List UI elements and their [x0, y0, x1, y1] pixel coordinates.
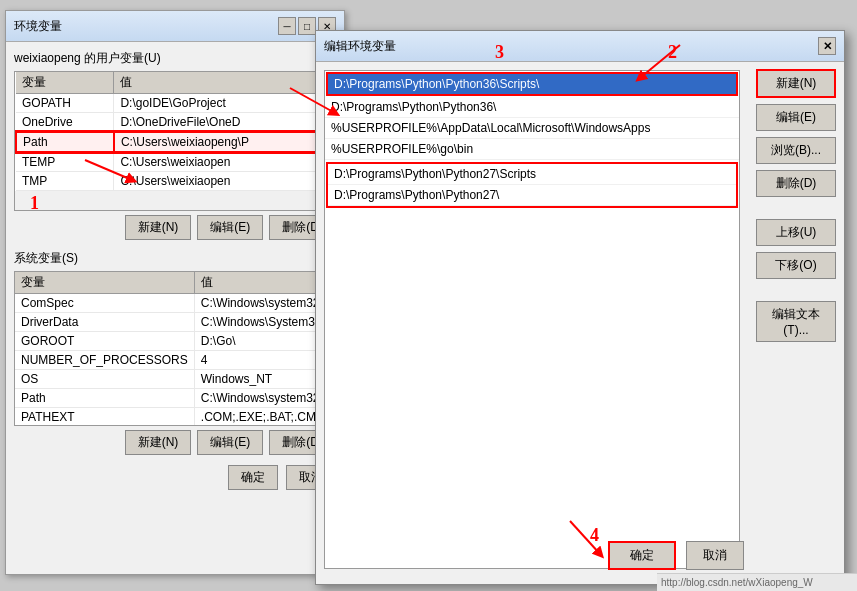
dialog-right-buttons: 新建(N) 编辑(E) 浏览(B)... 删除(D) 上移(U) 下移(O) 编…	[756, 69, 836, 342]
table-row[interactable]: Path C:\Windows\system32	[15, 389, 335, 408]
var-value: 4	[194, 351, 334, 370]
dialog-cancel-button[interactable]: 取消	[686, 541, 744, 570]
var-value: C:\Windows\System32	[194, 313, 334, 332]
table-row[interactable]: TMP C:\Users\weixiaopen	[16, 172, 334, 191]
var-value: D:\Go\	[194, 332, 334, 351]
table-row[interactable]: DriverData C:\Windows\System32	[15, 313, 335, 332]
sys-edit-button[interactable]: 编辑(E)	[197, 430, 263, 455]
var-value: C:\Users\weixiaopen	[114, 172, 334, 191]
sys-vars-table-container[interactable]: 变量 值 ComSpec C:\Windows\system32 DriverD…	[14, 271, 336, 426]
table-row-path[interactable]: Path C:\Users\weixiaopeng\P	[16, 132, 334, 152]
var-name: GOROOT	[15, 332, 194, 351]
status-bar: http://blog.csdn.net/wXiaopeng_W	[657, 573, 857, 591]
path-item[interactable]: D:\Programs\Python\Python27\Scripts	[328, 164, 736, 185]
path-item[interactable]: %USERPROFILE%\go\bin	[325, 139, 739, 160]
path-item[interactable]: D:\Programs\Python\Python36\	[325, 97, 739, 118]
table-row[interactable]: NUMBER_OF_PROCESSORS 4	[15, 351, 335, 370]
status-text: http://blog.csdn.net/wXiaopeng_W	[661, 577, 813, 588]
user-new-button[interactable]: 新建(N)	[125, 215, 192, 240]
edit-dialog-titlebar: 编辑环境变量 ✕	[316, 31, 844, 62]
table-row[interactable]: TEMP C:\Users\weixiaopen	[16, 152, 334, 172]
new-path-button[interactable]: 新建(N)	[756, 69, 836, 98]
user-var-buttons: 新建(N) 编辑(E) 删除(D)	[14, 215, 336, 240]
var-value: .COM;.EXE;.BAT;.CMD;	[194, 408, 334, 427]
var-value: Windows_NT	[194, 370, 334, 389]
annotation-1: 1	[30, 193, 39, 214]
col-var-header: 变量	[16, 72, 114, 94]
path-list: D:\Programs\Python\Python36\Scripts\ D:\…	[325, 72, 739, 208]
edit-dialog-title: 编辑环境变量	[324, 38, 396, 55]
edit-dialog-body: D:\Programs\Python\Python36\Scripts\ D:\…	[316, 62, 844, 585]
edit-path-button[interactable]: 编辑(E)	[756, 104, 836, 131]
var-name: PATHEXT	[15, 408, 194, 427]
path-list-container[interactable]: D:\Programs\Python\Python36\Scripts\ D:\…	[324, 70, 740, 569]
maximize-button[interactable]: □	[298, 17, 316, 35]
svg-line-2	[290, 88, 335, 113]
user-edit-button[interactable]: 编辑(E)	[197, 215, 263, 240]
move-down-button[interactable]: 下移(O)	[756, 252, 836, 279]
minimize-button[interactable]: ─	[278, 17, 296, 35]
var-name: DriverData	[15, 313, 194, 332]
var-name: NUMBER_OF_PROCESSORS	[15, 351, 194, 370]
browse-path-button[interactable]: 浏览(B)...	[756, 137, 836, 164]
arrow-to-path	[80, 155, 140, 195]
col-val-header-sys: 值	[194, 272, 334, 294]
var-name: ComSpec	[15, 294, 194, 313]
sys-var-buttons: 新建(N) 编辑(E) 删除(D)	[14, 430, 336, 455]
var-value: C:\Users\weixiaopen	[114, 152, 334, 172]
env-ok-button[interactable]: 确定	[228, 465, 278, 490]
move-up-button[interactable]: 上移(U)	[756, 219, 836, 246]
env-window-title: 环境变量	[14, 18, 62, 35]
svg-line-0	[85, 160, 132, 180]
var-name: GOPATH	[16, 94, 114, 113]
arrow-to-ok	[560, 516, 640, 566]
edit-env-dialog: 编辑环境变量 ✕ D:\Programs\Python\Python36\Scr…	[315, 30, 845, 585]
path-group-red-border: D:\Programs\Python\Python27\Scripts D:\P…	[326, 162, 738, 208]
var-value-path: C:\Users\weixiaopeng\P	[114, 132, 334, 152]
annotation-3: 3	[495, 42, 504, 63]
arrow-to-selected	[285, 83, 345, 128]
path-item[interactable]: D:\Programs\Python\Python27\	[328, 185, 736, 206]
var-name: OneDrive	[16, 113, 114, 133]
var-value: C:\Windows\system32	[194, 294, 334, 313]
svg-line-1	[640, 45, 680, 78]
var-value: C:\Windows\system32	[194, 389, 334, 408]
table-row[interactable]: OS Windows_NT	[15, 370, 335, 389]
arrow-to-new-btn	[620, 40, 700, 90]
edit-text-button[interactable]: 编辑文本(T)...	[756, 301, 836, 342]
table-row[interactable]: GOROOT D:\Go\	[15, 332, 335, 351]
path-item[interactable]: %USERPROFILE%\AppData\Local\Microsoft\Wi…	[325, 118, 739, 139]
table-row[interactable]: ComSpec C:\Windows\system32	[15, 294, 335, 313]
sys-section-label: 系统变量(S)	[14, 250, 336, 267]
svg-line-3	[570, 521, 600, 554]
user-section-label: weixiaopeng 的用户变量(U)	[14, 50, 336, 67]
col-var-header-sys: 变量	[15, 272, 194, 294]
var-name: Path	[15, 389, 194, 408]
delete-path-button[interactable]: 删除(D)	[756, 170, 836, 197]
var-name: OS	[15, 370, 194, 389]
var-name-path: Path	[16, 132, 114, 152]
sys-vars-table: 变量 值 ComSpec C:\Windows\system32 DriverD…	[15, 272, 335, 426]
table-row[interactable]: PATHEXT .COM;.EXE;.BAT;.CMD;	[15, 408, 335, 427]
env-titlebar: 环境变量 ─ □ ✕	[6, 11, 344, 42]
edit-dialog-close-button[interactable]: ✕	[818, 37, 836, 55]
sys-new-button[interactable]: 新建(N)	[125, 430, 192, 455]
